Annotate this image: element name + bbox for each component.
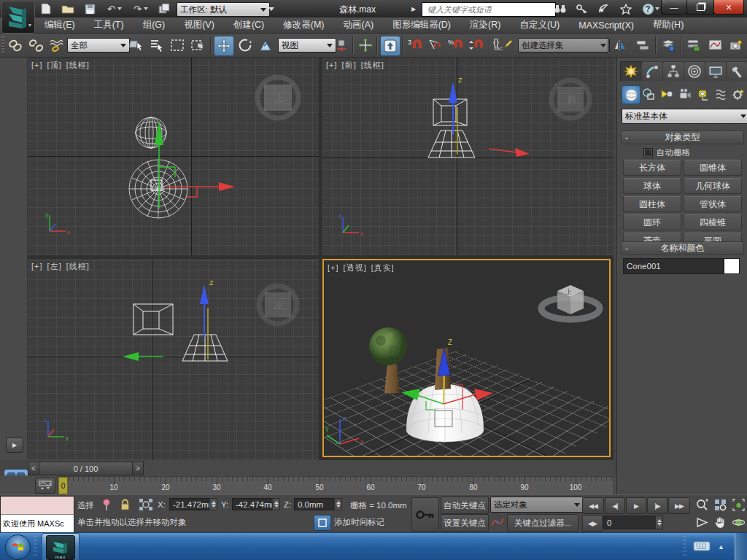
snap-toggle-3d-button[interactable]: 3 — [406, 36, 425, 55]
listener-macro-pane[interactable] — [1, 497, 74, 515]
viewport-front[interactable]: [+] [前] [线框] 前 — [322, 58, 614, 255]
tree-object[interactable] — [369, 327, 407, 393]
x-spinner[interactable] — [209, 498, 217, 510]
viewcube[interactable]: 上 — [258, 77, 298, 118]
cone-wireframe[interactable] — [182, 335, 228, 361]
button-tube[interactable]: 管状体 — [684, 196, 742, 212]
trunk-box-wireframe[interactable] — [433, 99, 467, 125]
menu-maxscript[interactable]: MAXScript(X) — [569, 18, 643, 34]
button-box[interactable]: 长方体 — [623, 160, 681, 176]
next-frame-button[interactable]: |▶ — [647, 497, 667, 514]
category-helpers[interactable] — [694, 85, 712, 103]
field-of-view-button[interactable] — [693, 515, 711, 530]
tray-input-method-icon[interactable] — [692, 539, 712, 553]
move-gizmo[interactable]: Z — [123, 279, 214, 361]
select-and-link-button[interactable] — [6, 36, 25, 55]
track-bar-ruler[interactable]: 10 20 30 40 50 60 70 80 90 100 0 — [57, 476, 614, 495]
absolute-mode-toggle[interactable] — [139, 498, 153, 511]
key-filters-button[interactable]: 关键点过滤器... — [507, 514, 578, 532]
viewport-top[interactable]: [+] [顶] [线框] 上 — [28, 58, 319, 255]
frame-spinner[interactable] — [655, 516, 663, 529]
time-slider[interactable]: 0 / 100 — [39, 462, 133, 475]
zoom-all-button[interactable] — [711, 497, 729, 513]
viewcube[interactable]: 左 — [259, 286, 297, 324]
menu-modifiers[interactable]: 修改器(M) — [274, 18, 333, 34]
rollout-collapse-icon[interactable]: - — [622, 244, 632, 254]
category-systems[interactable] — [729, 85, 747, 103]
menu-rendering[interactable]: 渲染(R) — [460, 18, 510, 34]
mini-curve-editor-button[interactable] — [35, 478, 55, 494]
select-object-button[interactable] — [127, 36, 146, 55]
new-file-button[interactable] — [38, 2, 54, 15]
category-geometry[interactable] — [622, 85, 640, 104]
play-button[interactable]: ▶ — [626, 497, 646, 514]
workspace-dropdown[interactable]: 工作区: 默认 — [177, 2, 270, 17]
set-key-big-button[interactable] — [411, 497, 439, 532]
viewport-perspective-label[interactable]: [+] [透视] [真实] — [328, 262, 396, 273]
time-prev-button[interactable]: < — [28, 462, 39, 475]
show-desktop-button[interactable] — [735, 533, 747, 560]
current-frame-marker[interactable]: 0 — [58, 477, 68, 494]
curve-editor-button[interactable] — [706, 36, 725, 55]
maxscript-mini-listener[interactable]: 欢迎使用 MAXSc — [0, 496, 74, 534]
percent-snap-button[interactable]: % — [446, 36, 465, 55]
select-and-rotate-button[interactable] — [236, 36, 255, 55]
object-color-swatch[interactable] — [724, 258, 740, 274]
toolbar-grip[interactable] — [1, 36, 4, 54]
angle-snap-button[interactable] — [426, 36, 445, 55]
menu-group[interactable]: 组(G) — [133, 18, 175, 34]
primitive-category-dropdown[interactable]: 标准基本体 — [622, 109, 747, 124]
category-space-warps[interactable] — [713, 85, 730, 103]
unlink-selection-button[interactable] — [26, 36, 45, 55]
listener-script-pane[interactable]: 欢迎使用 MAXSc — [1, 515, 74, 533]
viewport-menu-plus[interactable]: [+] — [326, 61, 338, 69]
viewport-front-label[interactable]: [+] [前] [线框] — [326, 60, 386, 71]
align-button[interactable] — [633, 36, 652, 55]
z-spinner[interactable] — [334, 498, 342, 510]
rollout-name-color[interactable]: - 名称和颜色 — [621, 241, 744, 255]
viewport-name[interactable]: [前] — [342, 61, 357, 69]
application-menu-button[interactable] — [1, 1, 35, 34]
auto-key-button[interactable]: 自动关键点 — [441, 497, 489, 514]
named-selection-sets-dropdown[interactable]: 创建选择集 — [518, 38, 610, 52]
start-button[interactable] — [5, 534, 31, 560]
rollout-object-type[interactable]: - 对象类型 — [621, 131, 744, 144]
viewport-menu-plus[interactable]: [+] — [31, 61, 43, 69]
infocenter-search[interactable] — [422, 2, 556, 17]
selection-region-button[interactable] — [168, 36, 187, 55]
viewport-shading[interactable]: [线框] — [66, 262, 90, 271]
viewport-name[interactable]: [顶] — [47, 61, 62, 69]
menu-create[interactable]: 创建(C) — [224, 18, 274, 34]
category-cameras[interactable] — [676, 85, 694, 103]
button-cylinder[interactable]: 圆柱体 — [623, 196, 681, 212]
viewport-menu-plus[interactable]: [+] — [328, 263, 339, 272]
category-shapes[interactable] — [640, 85, 657, 103]
communication-center-button[interactable] — [595, 2, 613, 15]
edit-named-selection-button[interactable]: {} ABC — [492, 36, 514, 55]
save-file-button[interactable] — [82, 2, 98, 15]
keyboard-shortcut-override-button[interactable] — [380, 36, 400, 56]
menu-animation[interactable]: 动画(A) — [333, 18, 383, 34]
go-to-start-button[interactable]: ◀◀ — [582, 497, 604, 514]
autogrid-checkbox[interactable] — [643, 148, 653, 158]
select-and-scale-button[interactable] — [256, 36, 275, 55]
redo-flyout-caret[interactable] — [144, 7, 148, 10]
select-by-name-button[interactable] — [147, 36, 166, 55]
selection-lock-toggle[interactable] — [120, 498, 131, 511]
tab-display[interactable] — [705, 61, 727, 81]
search-input[interactable] — [426, 4, 551, 15]
bind-to-space-warp-button[interactable] — [47, 36, 66, 55]
tab-create[interactable] — [620, 61, 642, 81]
help-button[interactable]: ? — [640, 2, 661, 15]
button-sphere[interactable]: 球体 — [623, 178, 681, 194]
subscription-key-icon[interactable] — [573, 2, 591, 15]
current-frame-field[interactable]: 0 — [603, 516, 662, 529]
key-target-dropdown[interactable]: 选定对象 — [490, 497, 584, 513]
tab-hierarchy[interactable] — [662, 61, 684, 81]
tab-modify[interactable] — [641, 61, 663, 81]
menu-edit[interactable]: 编辑(E) — [35, 18, 85, 34]
viewport-top-label[interactable]: [+] [顶] [线框] — [31, 60, 91, 71]
zoom-extents-button[interactable] — [729, 497, 747, 513]
graphite-ribbon-button[interactable] — [684, 36, 703, 55]
close-button[interactable]: × — [713, 0, 744, 15]
